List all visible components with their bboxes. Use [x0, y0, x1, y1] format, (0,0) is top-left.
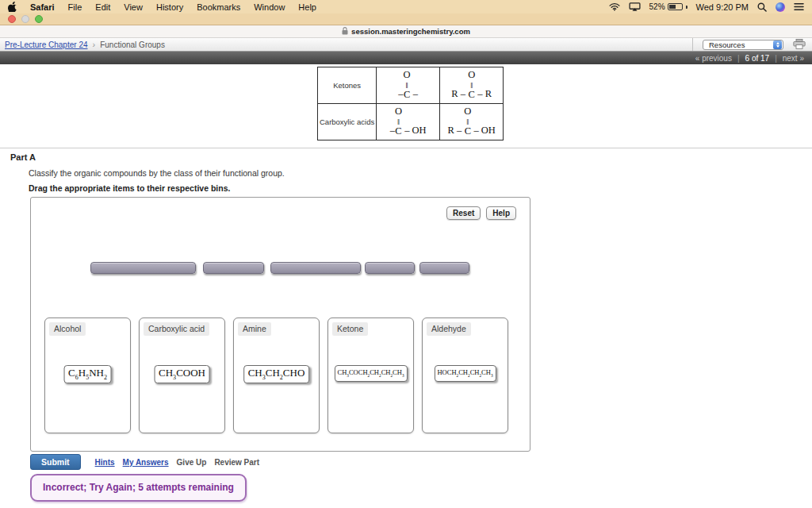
compound-item[interactable]: C6H5NH2	[63, 365, 112, 383]
menu-view[interactable]: View	[124, 2, 143, 12]
draggable-item-4[interactable]	[365, 262, 415, 274]
draggable-item-1[interactable]	[90, 262, 196, 274]
drag-instruction-text: Drag the appropriate items to their resp…	[29, 183, 230, 193]
pager-position: 6 of 17	[745, 54, 770, 63]
instruction-text: Classify the organic compounds by the cl…	[29, 168, 285, 178]
resources-area: Resources	[692, 38, 806, 51]
menu-bookmarks[interactable]: Bookmarks	[197, 2, 240, 12]
expanded-formula: R – O‖C – OH	[440, 104, 504, 140]
draggable-item-2[interactable]	[203, 262, 264, 274]
compound-item[interactable]: CH3COCH2CH2CH2CH3	[334, 365, 407, 382]
menu-clock[interactable]: Wed 9:20 PM	[696, 2, 749, 12]
menu-file[interactable]: File	[68, 2, 82, 12]
bin-carboxylic-acid[interactable]: Carboxylic acid CH3COOH	[139, 318, 225, 433]
pager-bar: « previous | 6 of 17 | next »	[0, 52, 812, 64]
browser-address-bar[interactable]: session.masteringchemistry.com	[0, 25, 812, 38]
part-title: Part A	[10, 152, 36, 162]
spotlight-search-icon[interactable]	[757, 2, 767, 12]
draggable-item-3[interactable]	[270, 262, 361, 274]
compound-item[interactable]: CH3CH2CHO	[243, 365, 310, 383]
breadcrumb-parent-link[interactable]: Pre-Lecture Chapter 24	[5, 40, 88, 49]
bin-label: Amine	[238, 322, 271, 336]
notification-center-icon[interactable]	[794, 2, 804, 11]
functional-groups-table: Ketones –O‖C – R – O‖C – R Carboxylic ac…	[317, 67, 504, 140]
help-button[interactable]: Help	[486, 206, 516, 220]
my-answers-link[interactable]: My Answers	[123, 458, 169, 467]
reset-button[interactable]: Reset	[446, 206, 481, 220]
menu-history[interactable]: History	[156, 2, 183, 12]
resources-dropdown-label: Resources	[709, 40, 745, 49]
page-content: Ketones –O‖C – R – O‖C – R Carboxylic ac…	[0, 64, 812, 508]
breadcrumb-bar: Pre-Lecture Chapter 24 › Functional Grou…	[0, 38, 812, 52]
bin-label: Carboxylic acid	[144, 322, 209, 336]
breadcrumb-chevron-icon: ›	[93, 40, 96, 49]
review-part-link[interactable]: Review Part	[214, 458, 259, 467]
battery-indicator[interactable]: 52%	[649, 2, 688, 11]
panel-buttons: Reset Help	[446, 206, 516, 220]
menu-window[interactable]: Window	[254, 2, 285, 12]
compound-item[interactable]: CH3COOH	[154, 365, 210, 383]
bins-row: Alcohol C6H5NH2 Carboxylic acid CH3COOH …	[44, 318, 508, 433]
draggable-items-tray	[31, 262, 530, 278]
general-formula: –O‖C – OH	[377, 104, 440, 140]
draggable-item-5[interactable]	[419, 262, 469, 274]
breadcrumb: Pre-Lecture Chapter 24 › Functional Grou…	[5, 40, 165, 49]
breadcrumb-current: Functional Groups	[100, 40, 165, 49]
dropdown-stepper-icon	[773, 40, 782, 49]
bin-label: Ketone	[332, 322, 368, 336]
menu-left: Safari File Edit View History Bookmarks …	[8, 2, 316, 12]
functional-group-name: Carboxylic acids	[318, 104, 377, 140]
close-window-button[interactable]	[8, 15, 16, 23]
zoom-window-button[interactable]	[35, 15, 43, 23]
bin-ketone[interactable]: Ketone CH3COCH2CH2CH2CH3	[327, 318, 414, 433]
give-up-link[interactable]: Give Up	[177, 458, 207, 467]
compound-item[interactable]: HOCH2CH2CH2CH3	[434, 365, 496, 382]
table-row-ketones: Ketones –O‖C – R – O‖C – R	[318, 67, 504, 104]
bin-alcohol[interactable]: Alcohol C6H5NH2	[44, 318, 131, 433]
screen: Safari File Edit View History Bookmarks …	[0, 0, 812, 508]
bin-amine[interactable]: Amine CH3CH2CHO	[233, 318, 320, 433]
menu-edit[interactable]: Edit	[95, 2, 110, 12]
siri-icon[interactable]	[776, 2, 785, 12]
section-divider	[0, 148, 812, 148]
menu-safari[interactable]: Safari	[30, 2, 55, 12]
window-titlebar[interactable]	[0, 13, 812, 25]
feedback-message: Incorrect; Try Again; 5 attempts remaini…	[30, 474, 247, 502]
wifi-icon[interactable]	[609, 2, 620, 11]
menu-status-area: 52% Wed 9:20 PM	[609, 2, 804, 12]
apple-menu-icon[interactable]	[8, 2, 17, 12]
menu-help[interactable]: Help	[298, 2, 316, 12]
minimize-window-button[interactable]	[21, 15, 29, 23]
battery-icon	[668, 3, 683, 10]
submit-button[interactable]: Submit	[30, 454, 81, 470]
answer-links: HintsMy AnswersGive UpReview Part	[95, 458, 259, 467]
previous-link[interactable]: « previous	[695, 54, 732, 63]
answer-toolbar: Submit HintsMy AnswersGive UpReview Part	[30, 454, 259, 470]
airplay-display-icon[interactable]	[629, 2, 641, 11]
next-link[interactable]: next »	[783, 54, 804, 63]
bin-label: Aldehyde	[427, 322, 471, 336]
battery-percent: 52%	[649, 2, 665, 11]
resources-dropdown[interactable]: Resources	[703, 40, 783, 50]
drag-drop-panel: Reset Help Alcohol C6H5NH2 Carboxylic ac…	[30, 197, 530, 452]
hints-link[interactable]: Hints	[95, 458, 115, 467]
bin-aldehyde[interactable]: Aldehyde HOCH2CH2CH2CH3	[422, 318, 508, 433]
expanded-formula: R – O‖C – R	[440, 67, 504, 104]
functional-group-name: Ketones	[318, 67, 377, 104]
table-row-carboxylic-acids: Carboxylic acids –O‖C – OH R – O‖C – OH	[318, 104, 504, 140]
print-icon[interactable]	[793, 39, 806, 51]
general-formula: –O‖C –	[377, 67, 440, 104]
lock-icon	[342, 27, 348, 37]
bin-label: Alcohol	[49, 322, 86, 336]
macos-menu-bar: Safari File Edit View History Bookmarks …	[0, 0, 812, 13]
url-text: session.masteringchemistry.com	[351, 27, 470, 36]
